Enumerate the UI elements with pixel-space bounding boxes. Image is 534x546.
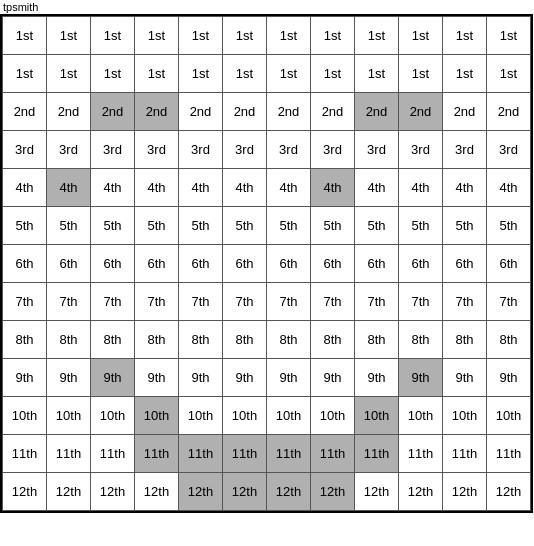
grid-cell: 7th [443,283,487,321]
grid-container: 1st1st1st1st1st1st1st1st1st1st1st1st1st1… [0,14,533,513]
grid-cell: 7th [91,283,135,321]
grid-cell: 4th [91,169,135,207]
grid-cell: 1st [135,55,179,93]
grid-cell: 1st [487,17,531,55]
grid-cell: 2nd [91,93,135,131]
grid-cell: 7th [135,283,179,321]
grid-cell: 4th [267,169,311,207]
table-row: 2nd2nd2nd2nd2nd2nd2nd2nd2nd2nd2nd2nd [3,93,531,131]
grid-cell: 6th [179,245,223,283]
table-row: 12th12th12th12th12th12th12th12th12th12th… [3,473,531,511]
grid-cell: 12th [179,473,223,511]
grid-cell: 9th [355,359,399,397]
grid-cell: 4th [487,169,531,207]
grid-cell: 5th [47,207,91,245]
grid-cell: 3rd [399,131,443,169]
grid-cell: 1st [487,55,531,93]
grid-cell: 2nd [3,93,47,131]
grid-cell: 12th [223,473,267,511]
grid-cell: 8th [3,321,47,359]
title-bar: tpsmith [0,0,534,14]
grid-cell: 1st [355,17,399,55]
grid-cell: 9th [399,359,443,397]
grid-cell: 10th [3,397,47,435]
grid-cell: 6th [443,245,487,283]
grid-cell: 12th [399,473,443,511]
grid-cell: 1st [443,55,487,93]
grid-cell: 11th [3,435,47,473]
grid-cell: 7th [179,283,223,321]
grid-cell: 8th [135,321,179,359]
grid-cell: 7th [47,283,91,321]
grid-cell: 8th [487,321,531,359]
grid-cell: 5th [3,207,47,245]
grid-cell: 9th [135,359,179,397]
grid-cell: 4th [399,169,443,207]
grid-cell: 6th [47,245,91,283]
grid-cell: 6th [267,245,311,283]
table-row: 10th10th10th10th10th10th10th10th10th10th… [3,397,531,435]
grid-cell: 3rd [135,131,179,169]
grid-cell: 2nd [311,93,355,131]
grid-cell: 2nd [355,93,399,131]
grid-cell: 2nd [487,93,531,131]
grid-cell: 3rd [223,131,267,169]
grid-cell: 1st [135,17,179,55]
table-row: 4th4th4th4th4th4th4th4th4th4th4th4th [3,169,531,207]
table-row: 11th11th11th11th11th11th11th11th11th11th… [3,435,531,473]
grid-cell: 7th [487,283,531,321]
grid-cell: 10th [487,397,531,435]
grid-table: 1st1st1st1st1st1st1st1st1st1st1st1st1st1… [2,16,531,511]
grid-cell: 1st [3,17,47,55]
grid-cell: 1st [355,55,399,93]
grid-cell: 7th [355,283,399,321]
grid-cell: 4th [135,169,179,207]
grid-cell: 1st [91,17,135,55]
grid-cell: 12th [135,473,179,511]
grid-cell: 1st [47,55,91,93]
grid-cell: 1st [267,55,311,93]
grid-cell: 12th [47,473,91,511]
grid-cell: 6th [487,245,531,283]
grid-cell: 4th [355,169,399,207]
grid-cell: 1st [47,17,91,55]
grid-cell: 10th [443,397,487,435]
grid-cell: 10th [355,397,399,435]
grid-cell: 11th [443,435,487,473]
grid-cell: 6th [223,245,267,283]
grid-cell: 1st [179,17,223,55]
grid-cell: 3rd [267,131,311,169]
grid-cell: 12th [3,473,47,511]
grid-cell: 5th [355,207,399,245]
grid-cell: 5th [179,207,223,245]
grid-cell: 5th [443,207,487,245]
table-row: 7th7th7th7th7th7th7th7th7th7th7th7th [3,283,531,321]
grid-cell: 1st [223,55,267,93]
grid-cell: 5th [487,207,531,245]
grid-cell: 9th [179,359,223,397]
grid-cell: 1st [311,17,355,55]
grid-cell: 10th [267,397,311,435]
grid-cell: 3rd [355,131,399,169]
table-row: 6th6th6th6th6th6th6th6th6th6th6th6th [3,245,531,283]
grid-cell: 10th [47,397,91,435]
grid-cell: 4th [443,169,487,207]
grid-cell: 8th [399,321,443,359]
grid-cell: 5th [267,207,311,245]
grid-cell: 7th [267,283,311,321]
grid-cell: 5th [223,207,267,245]
table-row: 8th8th8th8th8th8th8th8th8th8th8th8th [3,321,531,359]
grid-cell: 6th [311,245,355,283]
grid-cell: 11th [91,435,135,473]
grid-cell: 6th [355,245,399,283]
grid-cell: 5th [399,207,443,245]
grid-cell: 11th [223,435,267,473]
grid-cell: 3rd [443,131,487,169]
grid-cell: 11th [399,435,443,473]
grid-cell: 9th [91,359,135,397]
grid-cell: 5th [311,207,355,245]
grid-cell: 5th [91,207,135,245]
grid-cell: 7th [399,283,443,321]
grid-cell: 4th [47,169,91,207]
grid-cell: 8th [355,321,399,359]
